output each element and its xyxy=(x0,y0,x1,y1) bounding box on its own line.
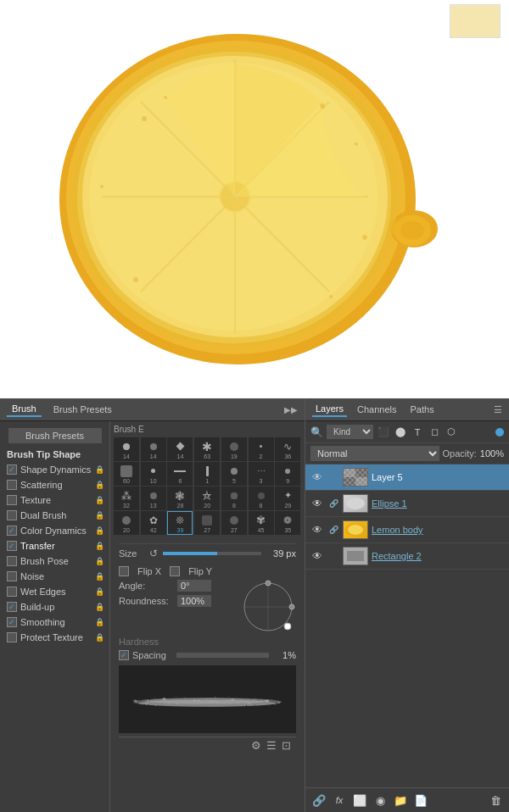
adjustment-icon[interactable]: ◉ xyxy=(372,792,389,809)
brush-cell-36[interactable]: ∿ 36 xyxy=(275,437,300,461)
tab-layers[interactable]: Layers xyxy=(312,402,347,417)
sidebar-item-smoothing[interactable]: Smoothing 🔒 xyxy=(0,615,109,630)
angle-input[interactable] xyxy=(177,580,211,592)
add-mask-icon[interactable]: ⬜ xyxy=(351,792,368,809)
brush-cell-29[interactable]: ✦ 29 xyxy=(275,487,300,510)
delete-layer-icon[interactable]: 🗑 xyxy=(487,792,504,809)
brush-cell-28[interactable]: ❃ 28 xyxy=(167,487,193,510)
shape-dynamics-checkbox[interactable] xyxy=(7,464,17,475)
brush-cell-20b[interactable]: 20 xyxy=(114,511,139,535)
layer5-visibility[interactable]: 👁 xyxy=(310,470,324,484)
brush-cell-8a[interactable]: 8 xyxy=(221,487,247,510)
protect-texture-checkbox[interactable] xyxy=(7,632,17,642)
buildup-checkbox[interactable] xyxy=(7,602,17,612)
sidebar-item-transfer[interactable]: Transfer 🔒 xyxy=(0,538,109,553)
scattering-checkbox[interactable] xyxy=(7,480,17,490)
tab-brush-presets[interactable]: Brush Presets xyxy=(48,403,117,416)
lemon-name[interactable]: Lemon body xyxy=(372,525,423,535)
smoothing-checkbox[interactable] xyxy=(7,617,17,627)
brush-cell-9[interactable]: 9 xyxy=(275,462,300,486)
brush-icon-1[interactable]: ⚙ xyxy=(251,739,261,752)
kind-smart-icon[interactable]: ⬡ xyxy=(445,425,458,439)
brush-cell-27a[interactable]: 27 xyxy=(194,511,220,535)
brush-cell-10[interactable]: 10 xyxy=(141,462,166,486)
brush-panel-menu-icon[interactable]: ▶▶ xyxy=(284,405,298,414)
brush-pose-checkbox[interactable] xyxy=(7,556,17,566)
sidebar-item-buildup[interactable]: Build-up 🔒 xyxy=(0,599,109,615)
ellipse1-visibility[interactable]: 👁 xyxy=(310,497,324,510)
kind-adjust-icon[interactable]: ⬤ xyxy=(394,425,407,439)
brush-cell-14b[interactable]: 14 xyxy=(141,437,166,461)
tab-brush[interactable]: Brush xyxy=(7,402,42,417)
roundness-input[interactable] xyxy=(177,595,211,607)
new-layer-icon[interactable]: 📄 xyxy=(412,792,429,809)
brush-cell-13[interactable]: 13 xyxy=(141,487,166,510)
brush-cell-3[interactable]: ⋯ 3 xyxy=(249,462,274,486)
brush-cell-63[interactable]: ✱ 63 xyxy=(194,437,220,461)
brush-cell-8b[interactable]: 8 xyxy=(249,487,274,510)
lemon-visibility[interactable]: 👁 xyxy=(310,523,324,537)
layers-panel-menu-icon[interactable]: ☰ xyxy=(494,404,502,415)
flip-x-checkbox[interactable] xyxy=(119,566,129,576)
sidebar-item-wet-edges[interactable]: Wet Edges 🔒 xyxy=(0,584,109,599)
wet-edges-checkbox[interactable] xyxy=(7,587,17,597)
sidebar-item-texture[interactable]: Texture 🔒 xyxy=(0,492,109,508)
sidebar-item-protect-texture[interactable]: Protect Texture 🔒 xyxy=(0,630,109,645)
sidebar-item-brush-pose[interactable]: Brush Pose 🔒 xyxy=(0,553,109,569)
tab-paths[interactable]: Paths xyxy=(407,403,438,416)
rect2-visibility[interactable]: 👁 xyxy=(310,549,324,563)
sidebar-item-shape-dynamics[interactable]: Shape Dynamics 🔒 xyxy=(0,462,109,477)
kind-pixel-icon[interactable]: ⬛ xyxy=(377,425,390,439)
brush-presets-button[interactable]: Brush Presets xyxy=(8,428,102,443)
texture-checkbox[interactable] xyxy=(7,495,17,505)
layer-row-rectangle2[interactable]: 👁 Rectangle 2 xyxy=(305,543,509,570)
brush-cell-20[interactable]: ⛤ 20 xyxy=(194,487,220,510)
brush-cell-14c[interactable]: 14 xyxy=(167,437,193,461)
flip-y-checkbox[interactable] xyxy=(170,566,180,576)
brush-cell-2[interactable]: 2 xyxy=(249,437,274,461)
color-dynamics-checkbox[interactable] xyxy=(7,526,17,536)
new-group-icon[interactable]: 📁 xyxy=(392,792,409,809)
kind-type-icon[interactable]: T xyxy=(411,425,424,439)
blend-mode-select[interactable]: Normal xyxy=(310,446,439,461)
kind-select[interactable]: Kind xyxy=(327,425,373,439)
sidebar-item-noise[interactable]: Noise 🔒 xyxy=(0,569,109,584)
dual-brush-checkbox[interactable] xyxy=(7,510,17,520)
layer-row-lemon-body[interactable]: 👁 🔗 Lemon body xyxy=(305,517,509,543)
brush-cell-14a[interactable]: 14 xyxy=(114,437,139,461)
brush-cell-1[interactable]: 1 xyxy=(194,462,220,486)
size-slider[interactable] xyxy=(163,552,261,555)
brush-cell-6[interactable]: 6 xyxy=(167,462,193,486)
kind-shape-icon[interactable]: ◻ xyxy=(428,425,441,439)
spacing-slider[interactable] xyxy=(176,653,269,658)
brush-icon-3[interactable]: ⊡ xyxy=(282,739,291,752)
spacing-checkbox[interactable] xyxy=(119,650,129,660)
sidebar-item-tip-shape[interactable]: Brush Tip Shape xyxy=(0,447,109,462)
tab-channels[interactable]: Channels xyxy=(354,403,400,416)
brush-cell-42[interactable]: ✿ 42 xyxy=(141,511,166,535)
svg-point-16 xyxy=(164,96,167,99)
layer-row-layer5[interactable]: 👁 Layer 5 xyxy=(305,464,509,491)
noise-checkbox[interactable] xyxy=(7,571,17,581)
brush-cell-32[interactable]: ⁂ 32 xyxy=(114,487,139,510)
rect2-name[interactable]: Rectangle 2 xyxy=(372,551,422,561)
sidebar-item-color-dynamics[interactable]: Color Dynamics 🔒 xyxy=(0,523,109,538)
sidebar-item-dual-brush[interactable]: Dual Brush 🔒 xyxy=(0,508,109,523)
link-layers-icon[interactable]: 🔗 xyxy=(310,792,327,809)
brush-cell-60[interactable]: 60 xyxy=(114,462,139,486)
sidebar-item-scattering[interactable]: Scattering 🔒 xyxy=(0,477,109,492)
color-swatch[interactable] xyxy=(450,4,501,38)
brush-cell-39[interactable]: ❊ 39 xyxy=(167,511,193,535)
size-reset-icon[interactable]: ↺ xyxy=(149,548,158,559)
ellipse1-name[interactable]: Ellipse 1 xyxy=(372,498,407,509)
brush-cell-35[interactable]: ❁ 35 xyxy=(275,511,300,535)
fx-icon[interactable]: fx xyxy=(331,792,348,809)
layer-row-ellipse1[interactable]: 👁 🔗 Ellipse 1 xyxy=(305,491,509,517)
brush-cell-19[interactable]: 19 xyxy=(221,437,247,461)
brush-cell-45[interactable]: ✾ 45 xyxy=(249,511,274,535)
brush-icon-2[interactable]: ☰ xyxy=(266,739,277,752)
brush-cell-5[interactable]: 5 xyxy=(221,462,247,486)
brush-cell-27b[interactable]: 27 xyxy=(221,511,247,535)
search-icon[interactable]: 🔍 xyxy=(310,426,323,438)
transfer-checkbox[interactable] xyxy=(7,541,17,551)
